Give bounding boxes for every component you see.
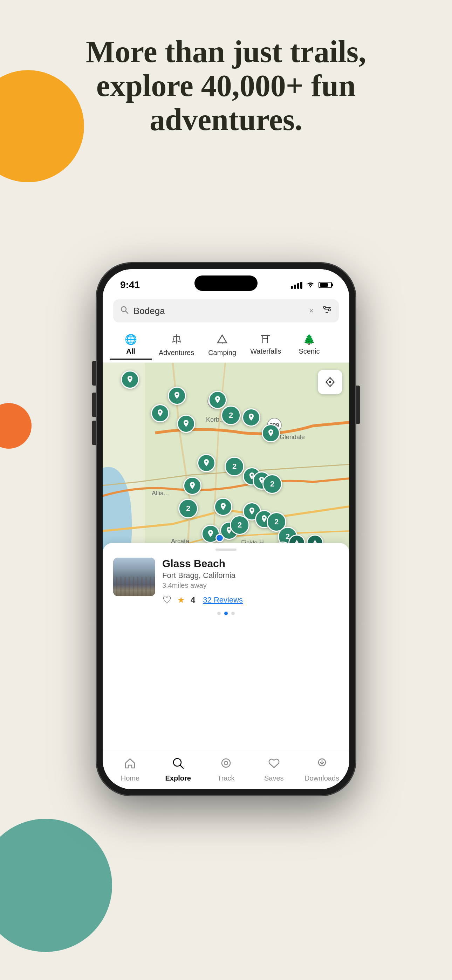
- svg-marker-9: [218, 335, 227, 343]
- search-filter-button[interactable]: [322, 305, 332, 317]
- map-pin-cluster[interactable]: 2: [224, 457, 244, 476]
- svg-point-30: [224, 761, 228, 765]
- map-pin[interactable]: [208, 391, 227, 409]
- search-clear-button[interactable]: ×: [309, 306, 314, 315]
- svg-line-1: [126, 311, 128, 313]
- card-handle: [215, 549, 237, 550]
- pagination-dot-1[interactable]: [217, 612, 221, 615]
- pagination-dot-3[interactable]: [231, 612, 235, 615]
- card-info: Glass Beach Fort Bragg, California 3.4mi…: [162, 558, 339, 606]
- signal-bar-1: [291, 286, 293, 289]
- map-area[interactable]: 200 299 255 Korb... Glendale Allia... Ar…: [103, 363, 349, 622]
- signal-bars: [291, 281, 302, 289]
- headline-line2: explore 40,000+ fun: [96, 69, 356, 103]
- battery-icon: [318, 282, 332, 288]
- phone-outer: 9:41: [96, 263, 356, 795]
- tab-adventures-icon: [171, 334, 182, 347]
- signal-bar-4: [300, 282, 302, 289]
- tab-adventures[interactable]: Adventures: [152, 331, 201, 360]
- card-pagination-dots: [113, 612, 339, 615]
- rating-value: 4: [191, 595, 195, 605]
- svg-point-27: [173, 759, 181, 766]
- map-pin[interactable]: [177, 415, 195, 433]
- downloads-icon: [316, 757, 328, 772]
- map-pin[interactable]: [168, 387, 186, 405]
- svg-point-29: [222, 759, 230, 767]
- map-pin-cluster[interactable]: 2: [263, 474, 282, 494]
- nav-downloads-label: Downloads: [304, 774, 339, 782]
- tab-scenic-icon: 🌲: [303, 334, 315, 345]
- tab-camping-label: Camping: [208, 349, 236, 357]
- map-pin[interactable]: [121, 371, 139, 389]
- tab-adventures-label: Adventures: [159, 349, 194, 357]
- status-bar: 9:41: [103, 269, 349, 294]
- nav-home-label: Home: [121, 774, 140, 782]
- tab-scenic[interactable]: 🌲 Scenic: [288, 331, 330, 360]
- nav-item-saves[interactable]: Saves: [255, 757, 293, 782]
- map-pin[interactable]: [183, 477, 202, 495]
- home-icon: [124, 757, 136, 772]
- place-title[interactable]: Glass Beach: [162, 558, 339, 570]
- wifi-icon: [306, 280, 315, 290]
- search-icon: [120, 305, 129, 316]
- signal-bar-3: [297, 283, 299, 289]
- map-pin[interactable]: [214, 498, 232, 516]
- headline-line3: adventures.: [150, 103, 302, 137]
- tab-all-label: All: [126, 347, 135, 355]
- place-distance: 3.4miles away: [162, 581, 339, 590]
- category-tabs: 🌐 All Adventures: [103, 328, 349, 363]
- map-pin[interactable]: [151, 404, 169, 422]
- map-pin-cluster[interactable]: 2: [221, 406, 241, 425]
- svg-text:Glendale: Glendale: [280, 434, 305, 441]
- tab-camping-icon: [217, 334, 228, 347]
- tab-waterfalls-label: Waterfalls: [250, 347, 281, 355]
- status-icons: [291, 280, 332, 290]
- saves-icon: [268, 757, 280, 772]
- map-pin[interactable]: [197, 454, 215, 472]
- bottom-navigation: Home Explore: [103, 751, 349, 789]
- map-pin[interactable]: [262, 424, 280, 442]
- phone-mockup: 9:41: [96, 263, 356, 795]
- reviews-link[interactable]: 32 Reviews: [203, 595, 243, 605]
- user-location-dot: [215, 534, 224, 542]
- tab-waterfalls-icon: ⛩: [261, 334, 271, 345]
- track-icon: [220, 757, 232, 772]
- nav-track-label: Track: [217, 774, 234, 782]
- star-icon: ★: [177, 595, 185, 605]
- favorite-button[interactable]: ♡: [162, 594, 172, 606]
- place-subtitle: Fort Bragg, California: [162, 571, 339, 580]
- tab-scenic-label: Scenic: [299, 347, 320, 355]
- svg-text:Allia...: Allia...: [152, 490, 169, 497]
- beach-photo: [113, 558, 155, 596]
- tab-waterfalls[interactable]: ⛩ Waterfalls: [243, 331, 288, 360]
- main-headline: More than just trails, explore 40,000+ f…: [0, 35, 452, 137]
- battery-fill: [320, 283, 328, 287]
- svg-point-6: [328, 309, 330, 311]
- nav-item-track[interactable]: Track: [207, 757, 245, 782]
- nav-item-home[interactable]: Home: [111, 757, 149, 782]
- card-content: Glass Beach Fort Bragg, California 3.4mi…: [113, 558, 339, 606]
- nav-saves-label: Saves: [264, 774, 284, 782]
- map-pin[interactable]: [242, 408, 260, 426]
- map-pin-cluster[interactable]: 2: [178, 499, 198, 519]
- status-time: 9:41: [120, 279, 140, 291]
- explore-icon: [172, 757, 184, 772]
- search-bar-container: Bodega ×: [103, 294, 349, 328]
- pagination-dot-2[interactable]: [224, 612, 228, 615]
- tab-all[interactable]: 🌐 All: [110, 331, 152, 360]
- search-bar[interactable]: Bodega ×: [113, 299, 339, 323]
- search-input-value[interactable]: Bodega: [134, 305, 304, 317]
- location-button[interactable]: [318, 370, 342, 394]
- dynamic-island: [194, 275, 258, 291]
- place-card: Glass Beach Fort Bragg, California 3.4mi…: [103, 543, 349, 622]
- svg-point-26: [329, 381, 331, 383]
- tab-camping[interactable]: Camping: [201, 331, 243, 360]
- nav-item-explore[interactable]: Explore: [159, 757, 197, 782]
- bg-circle-orange-small: [0, 403, 32, 449]
- svg-line-28: [180, 765, 183, 768]
- nav-item-downloads[interactable]: Downloads: [303, 757, 341, 782]
- card-actions: ♡ ★ 4 32 Reviews: [162, 594, 339, 606]
- tab-all-icon: 🌐: [125, 334, 137, 345]
- map-pin-cluster[interactable]: 2: [230, 515, 250, 535]
- phone-screen: 9:41: [103, 269, 349, 789]
